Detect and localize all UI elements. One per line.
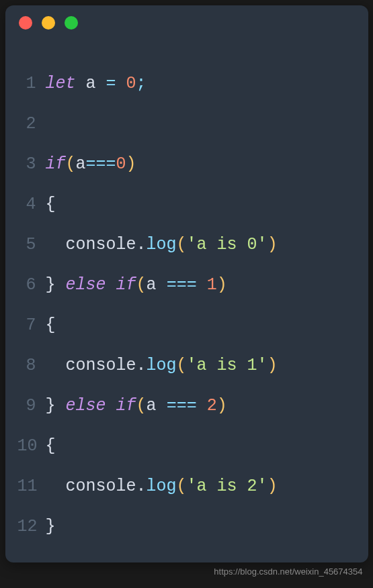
line-number: 6: [17, 265, 46, 305]
line-content: if(a===0): [46, 144, 136, 185]
line-number: 9: [17, 386, 46, 426]
code-line: 12 }: [17, 507, 356, 547]
maximize-icon[interactable]: [65, 16, 78, 30]
line-number: 2: [17, 104, 46, 144]
code-line: 11 console.log('a is 2'): [17, 467, 356, 507]
code-line: 1 let a = 0;: [17, 64, 356, 104]
code-line: 5 console.log('a is 0'): [17, 225, 356, 265]
line-number: 5: [17, 225, 46, 265]
code-line: 4 {: [17, 185, 356, 225]
code-line: 7 {: [17, 305, 356, 346]
code-area[interactable]: 1 let a = 0; 2 3 if(a===0) 4 { 5 console…: [5, 40, 368, 560]
line-number: 3: [17, 144, 46, 185]
watermark-text: https://blog.csdn.net/weixin_45674354: [5, 562, 368, 577]
line-number: 1: [17, 64, 46, 104]
line-number: 4: [17, 185, 46, 225]
code-line: 2: [17, 104, 356, 144]
line-content: console.log('a is 1'): [46, 346, 278, 386]
code-editor-window: 1 let a = 0; 2 3 if(a===0) 4 { 5 console…: [5, 5, 368, 562]
line-number: 11: [17, 467, 46, 507]
line-content: console.log('a is 0'): [46, 225, 278, 265]
line-number: 12: [17, 507, 46, 547]
line-content: } else if(a === 2): [46, 386, 227, 426]
line-content: } else if(a === 1): [46, 265, 227, 305]
line-content: console.log('a is 2'): [46, 467, 278, 507]
minimize-icon[interactable]: [42, 16, 55, 30]
code-line: 10 {: [17, 426, 356, 467]
line-content: {: [46, 305, 56, 346]
code-line: 9 } else if(a === 2): [17, 386, 356, 426]
line-content: let a = 0;: [46, 64, 147, 104]
line-content: }: [46, 507, 56, 547]
code-line: 6 } else if(a === 1): [17, 265, 356, 305]
line-number: 8: [17, 346, 46, 386]
code-line: 3 if(a===0): [17, 144, 356, 185]
line-content: {: [46, 185, 56, 225]
line-number: 7: [17, 305, 46, 346]
line-number: 10: [17, 426, 46, 467]
line-content: {: [46, 426, 56, 467]
code-line: 8 console.log('a is 1'): [17, 346, 356, 386]
close-icon[interactable]: [19, 16, 32, 30]
window-titlebar: [5, 5, 368, 40]
